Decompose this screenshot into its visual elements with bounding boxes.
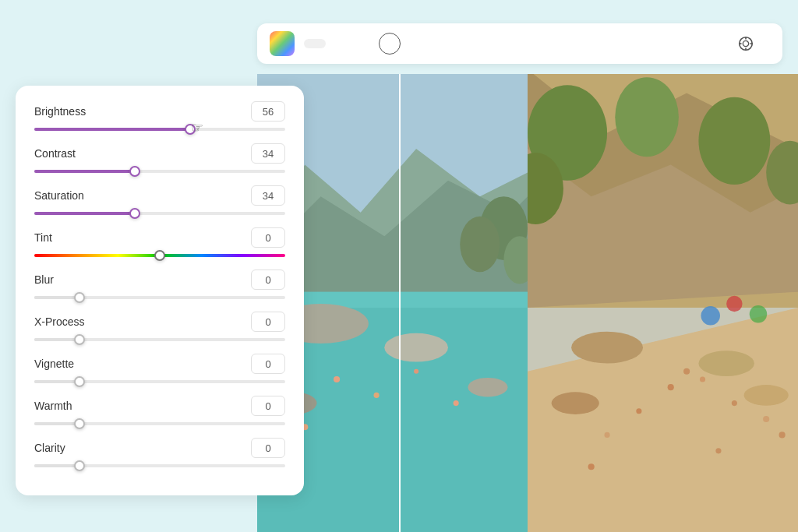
animate-icon bbox=[737, 35, 754, 52]
slider-row-warmth: Warmth0 bbox=[34, 396, 285, 425]
svg-point-34 bbox=[698, 351, 754, 376]
slider-fill-warmth bbox=[34, 422, 79, 425]
slider-value-warmth: 0 bbox=[251, 396, 285, 416]
slider-thumb-tint[interactable] bbox=[154, 250, 165, 261]
svg-point-22 bbox=[454, 400, 459, 406]
slider-row-tint: Tint0 bbox=[34, 227, 285, 257]
slider-track-tint[interactable] bbox=[34, 254, 285, 257]
slider-label-x-process: X-Process bbox=[34, 315, 85, 328]
svg-point-44 bbox=[763, 416, 769, 422]
slider-row-contrast: Contrast34 bbox=[34, 143, 285, 173]
info-button[interactable] bbox=[379, 33, 401, 55]
slider-row-brightness: Brightness56☞ bbox=[34, 101, 285, 131]
slider-thumb-brightness[interactable]: ☞ bbox=[185, 124, 196, 135]
svg-point-37 bbox=[701, 306, 719, 325]
slider-value-blur: 0 bbox=[251, 270, 285, 290]
svg-point-40 bbox=[683, 368, 690, 375]
slider-value-saturation: 34 bbox=[251, 185, 285, 206]
slider-value-clarity: 0 bbox=[251, 438, 285, 458]
slider-thumb-vignette[interactable] bbox=[74, 376, 85, 387]
slider-track-saturation[interactable] bbox=[34, 212, 285, 215]
slider-track-x-process[interactable] bbox=[34, 338, 285, 341]
svg-point-45 bbox=[636, 408, 641, 414]
slider-thumb-warmth[interactable] bbox=[74, 418, 85, 429]
slider-row-blur: Blur0 bbox=[34, 270, 285, 299]
slider-value-tint: 0 bbox=[251, 227, 285, 248]
slider-track-contrast[interactable] bbox=[34, 170, 285, 173]
slider-value-brightness: 56 bbox=[251, 101, 285, 122]
slider-thumb-saturation[interactable] bbox=[129, 208, 140, 219]
image-area bbox=[257, 74, 798, 532]
svg-point-42 bbox=[668, 384, 674, 390]
slider-fill-vignette bbox=[34, 380, 79, 383]
svg-point-18 bbox=[334, 376, 340, 382]
beach-scene-right bbox=[528, 74, 798, 532]
slider-fill-blur bbox=[34, 296, 79, 299]
svg-point-19 bbox=[374, 393, 380, 398]
slider-label-warmth: Warmth bbox=[34, 400, 72, 412]
slider-track-warmth[interactable] bbox=[34, 422, 285, 425]
slider-track-brightness[interactable]: ☞ bbox=[34, 128, 285, 131]
slider-value-contrast: 34 bbox=[251, 143, 285, 164]
toolbar bbox=[257, 23, 782, 64]
svg-point-41 bbox=[700, 376, 705, 382]
svg-point-29 bbox=[698, 97, 770, 185]
color-icon bbox=[270, 31, 295, 56]
adjustments-panel: Brightness56☞Contrast34Saturation34Tint0… bbox=[16, 86, 304, 495]
slider-thumb-x-process[interactable] bbox=[74, 334, 85, 345]
animate-button[interactable] bbox=[726, 30, 770, 57]
slider-track-blur[interactable] bbox=[34, 296, 285, 299]
slider-value-x-process: 0 bbox=[251, 312, 285, 332]
svg-point-43 bbox=[732, 400, 737, 406]
svg-point-33 bbox=[571, 332, 643, 364]
svg-point-35 bbox=[552, 392, 599, 414]
svg-point-38 bbox=[726, 296, 742, 312]
slider-row-xprocess: X-Process0 bbox=[34, 312, 285, 341]
svg-point-1 bbox=[743, 41, 748, 46]
slider-row-vignette: Vignette0 bbox=[34, 354, 285, 383]
slider-label-saturation: Saturation bbox=[34, 189, 84, 202]
slider-value-vignette: 0 bbox=[251, 354, 285, 374]
svg-point-48 bbox=[588, 463, 595, 470]
slider-thumb-contrast[interactable] bbox=[129, 166, 140, 177]
slider-row-clarity: Clarity0 bbox=[34, 438, 285, 467]
svg-point-14 bbox=[468, 378, 507, 396]
slider-thumb-blur[interactable] bbox=[74, 292, 85, 303]
svg-point-47 bbox=[604, 432, 609, 438]
slider-fill-x-process bbox=[34, 338, 79, 341]
svg-point-46 bbox=[779, 432, 786, 438]
image-right bbox=[528, 74, 798, 532]
slider-label-brightness: Brightness bbox=[34, 105, 86, 118]
svg-point-39 bbox=[750, 305, 767, 322]
crop-button[interactable] bbox=[329, 39, 351, 48]
slider-track-vignette[interactable] bbox=[34, 380, 285, 383]
svg-point-49 bbox=[715, 448, 721, 453]
image-divider bbox=[399, 74, 401, 532]
cursor-hand-icon: ☞ bbox=[191, 119, 203, 136]
slider-label-tint: Tint bbox=[34, 231, 52, 244]
svg-point-12 bbox=[384, 333, 448, 362]
edit-image-button[interactable] bbox=[304, 39, 326, 48]
slider-fill-brightness bbox=[34, 128, 190, 131]
slider-fill-clarity bbox=[34, 464, 79, 467]
slider-fill-contrast bbox=[34, 170, 135, 173]
slider-fill-saturation bbox=[34, 212, 135, 215]
slider-track-clarity[interactable] bbox=[34, 464, 285, 467]
slider-row-saturation: Saturation34 bbox=[34, 185, 285, 215]
slider-label-clarity: Clarity bbox=[34, 442, 65, 454]
svg-point-17 bbox=[460, 217, 500, 272]
svg-point-36 bbox=[744, 385, 789, 406]
slider-label-contrast: Contrast bbox=[34, 147, 76, 160]
slider-thumb-clarity[interactable] bbox=[74, 460, 85, 471]
slider-label-blur: Blur bbox=[34, 273, 54, 286]
svg-point-21 bbox=[414, 369, 418, 374]
slider-label-vignette: Vignette bbox=[34, 358, 74, 370]
flip-button[interactable] bbox=[354, 39, 376, 48]
svg-point-28 bbox=[615, 77, 679, 157]
